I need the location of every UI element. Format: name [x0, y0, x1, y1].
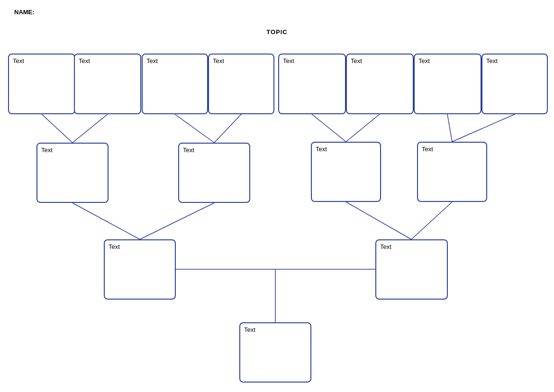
- svg-line-8: [73, 203, 140, 239]
- svg-line-9: [140, 203, 214, 239]
- node-m3[interactable]: Text: [311, 142, 381, 202]
- svg-line-6: [447, 114, 452, 142]
- node-t8[interactable]: Text: [481, 54, 548, 114]
- node-l1[interactable]: Text: [104, 239, 176, 300]
- node-t7[interactable]: Text: [414, 54, 481, 114]
- node-t6[interactable]: Text: [346, 54, 414, 114]
- svg-line-5: [346, 114, 380, 142]
- node-t5[interactable]: Text: [278, 54, 346, 114]
- name-label: NAME:: [14, 9, 35, 16]
- svg-line-2: [175, 114, 214, 143]
- svg-line-1: [73, 114, 108, 143]
- svg-line-0: [42, 114, 73, 143]
- svg-line-10: [346, 202, 411, 239]
- node-t3[interactable]: Text: [142, 54, 208, 114]
- node-t4[interactable]: Text: [208, 54, 274, 114]
- node-b1[interactable]: Text: [239, 322, 311, 383]
- topic-label: TOPIC: [266, 28, 288, 36]
- node-t1[interactable]: Text: [8, 54, 75, 114]
- svg-line-4: [312, 114, 346, 142]
- node-m1[interactable]: Text: [36, 143, 109, 203]
- node-l2[interactable]: Text: [375, 239, 448, 300]
- svg-line-3: [214, 114, 241, 143]
- svg-line-7: [452, 114, 515, 142]
- node-t2[interactable]: Text: [74, 54, 141, 114]
- node-m4[interactable]: Text: [417, 142, 487, 202]
- node-m2[interactable]: Text: [178, 143, 250, 203]
- svg-line-11: [411, 202, 452, 239]
